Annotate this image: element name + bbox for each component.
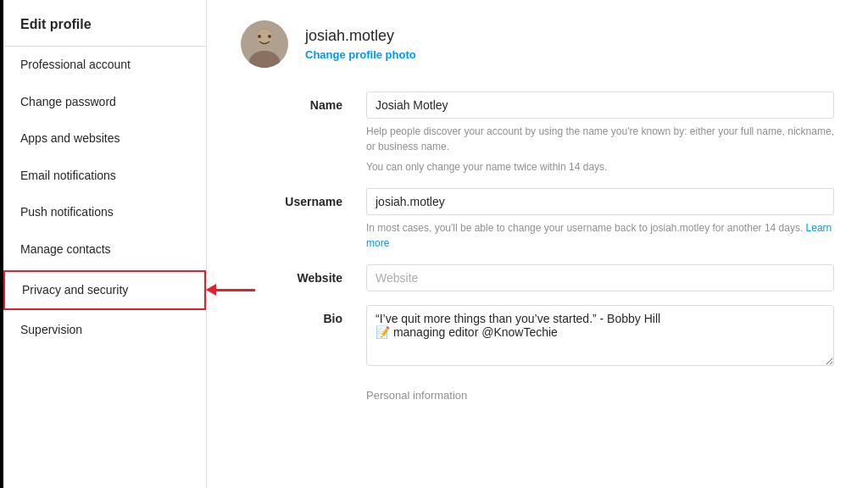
sidebar: Edit profile Professional account Change… bbox=[3, 0, 207, 488]
sidebar-item-privacy-and-security[interactable]: Privacy and security bbox=[3, 270, 206, 311]
name-hint2: You can only change your name twice with… bbox=[366, 159, 834, 175]
name-field-wrapper: Help people discover your account by usi… bbox=[366, 92, 834, 175]
username-label: Username bbox=[241, 188, 342, 208]
username-input[interactable] bbox=[366, 188, 834, 215]
avatar bbox=[241, 20, 288, 68]
sidebar-item-label: Apps and websites bbox=[20, 130, 120, 147]
sidebar-item-manage-contacts[interactable]: Manage contacts bbox=[3, 231, 206, 269]
change-photo-link[interactable]: Change profile photo bbox=[305, 48, 416, 61]
sidebar-item-label: Professional account bbox=[20, 57, 131, 74]
name-label: Name bbox=[241, 92, 342, 112]
privacy-row-wrapper: Privacy and security bbox=[3, 270, 206, 311]
sidebar-item-push-notifications[interactable]: Push notifications bbox=[3, 194, 206, 231]
svg-point-5 bbox=[258, 35, 261, 38]
sidebar-item-label: Supervision bbox=[20, 322, 82, 339]
username-field-wrapper: In most cases, you'll be able to change … bbox=[366, 188, 834, 251]
username-hint: In most cases, you'll be able to change … bbox=[366, 220, 834, 251]
bio-textarea[interactable]: “I’ve quit more things than you’ve start… bbox=[366, 305, 834, 366]
sidebar-item-change-password[interactable]: Change password bbox=[3, 84, 206, 121]
name-input[interactable] bbox=[366, 92, 834, 119]
name-hint1: Help people discover your account by usi… bbox=[366, 124, 834, 154]
personal-info-spacer bbox=[241, 382, 342, 389]
username-form-row: Username In most cases, you'll be able t… bbox=[241, 188, 834, 251]
sidebar-item-label: Push notifications bbox=[20, 204, 114, 221]
arrow-head-icon bbox=[206, 284, 216, 296]
website-form-row: Website bbox=[241, 264, 834, 291]
profile-username: josiah.motley bbox=[305, 27, 416, 45]
main-content: josiah.motley Change profile photo Name … bbox=[207, 0, 868, 488]
arrow-indicator bbox=[206, 284, 255, 296]
bio-form-row: Bio “I’ve quit more things than you’ve s… bbox=[241, 305, 834, 369]
svg-point-6 bbox=[268, 35, 271, 38]
profile-info: josiah.motley Change profile photo bbox=[305, 27, 416, 61]
sidebar-item-label: Change password bbox=[20, 94, 116, 111]
website-input[interactable] bbox=[366, 264, 834, 291]
personal-info-row: Personal information bbox=[241, 382, 834, 402]
sidebar-header: Edit profile bbox=[3, 0, 206, 47]
sidebar-item-supervision[interactable]: Supervision bbox=[3, 312, 206, 349]
sidebar-item-label: Privacy and security bbox=[22, 282, 128, 299]
sidebar-item-professional-account[interactable]: Professional account bbox=[3, 47, 206, 84]
bio-field-wrapper: “I’ve quit more things than you’ve start… bbox=[366, 305, 834, 369]
name-form-row: Name Help people discover your account b… bbox=[241, 92, 834, 175]
arrow-line bbox=[216, 289, 255, 291]
profile-header: josiah.motley Change profile photo bbox=[241, 20, 834, 68]
sidebar-item-label: Manage contacts bbox=[20, 241, 111, 258]
bio-label: Bio bbox=[241, 305, 342, 325]
sidebar-item-apps-and-websites[interactable]: Apps and websites bbox=[3, 120, 206, 158]
website-label: Website bbox=[241, 264, 342, 285]
personal-info-label: Personal information bbox=[366, 389, 467, 402]
sidebar-item-label: Email notifications bbox=[20, 168, 116, 185]
sidebar-item-email-notifications[interactable]: Email notifications bbox=[3, 158, 206, 195]
website-field-wrapper bbox=[366, 264, 834, 291]
